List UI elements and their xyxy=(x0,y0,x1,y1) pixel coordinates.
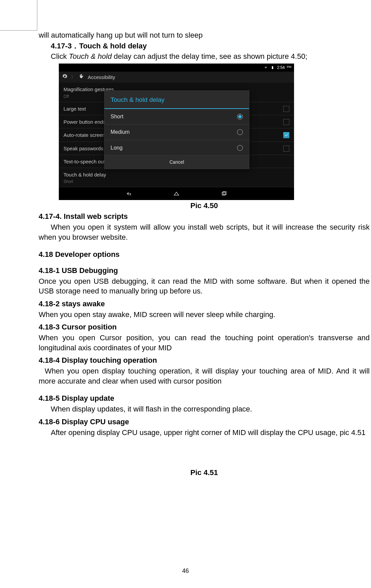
hand-icon xyxy=(79,74,84,81)
breadcrumb[interactable]: 〉 Accessibility xyxy=(59,72,294,83)
checkbox[interactable] xyxy=(283,119,289,125)
checkbox[interactable] xyxy=(283,146,289,152)
checkbox-checked[interactable] xyxy=(283,132,289,138)
heading-4-17-3: 4.17-3．Touch & hold delay xyxy=(39,41,370,51)
option-label: Short xyxy=(111,113,123,120)
caption-pic-4-50: Pic 4.50 xyxy=(39,201,370,211)
radio-icon xyxy=(237,145,243,151)
heading-4-18-6: 4.18-6 Display CPU usage xyxy=(39,417,370,427)
item-title: Touch & hold delay xyxy=(64,171,106,178)
paragraph-4-17-3: Click Touch & hold delay can adjust the … xyxy=(39,51,370,62)
heading-4-18-3-num: 4.18-3 xyxy=(39,323,59,331)
option-label: Medium xyxy=(111,128,130,136)
item-title: Speak passwords xyxy=(64,145,103,152)
list-item[interactable]: Touch & hold delay Short xyxy=(59,168,294,187)
paragraph-4-18-6: After opening display CPU usage, upper r… xyxy=(39,428,370,438)
gutter-box xyxy=(0,0,37,31)
wifi-icon xyxy=(263,66,268,70)
status-bar: 2:54 PM xyxy=(59,64,294,72)
back-icon[interactable] xyxy=(125,191,132,197)
status-ampm: PM xyxy=(287,65,292,69)
paragraph-4-17-4: When you open it system will allow you i… xyxy=(39,222,370,242)
p-4-17-3-b: delay can adjust the delay time, see as … xyxy=(112,52,307,61)
paragraph-4-18-5: When display updates, it will flash in t… xyxy=(39,404,370,414)
p-4-17-3-italic: Touch & hold xyxy=(69,52,112,61)
checkbox[interactable] xyxy=(283,106,289,112)
dialog-option-short[interactable]: Short xyxy=(105,109,249,125)
cancel-button[interactable]: Cancel xyxy=(105,156,249,169)
heading-4-18-5: 4.18-5 Display update xyxy=(39,393,370,403)
p-4-17-3-a: Click xyxy=(51,52,69,61)
heading-4-18-2: 4.18-2 stays awake xyxy=(39,299,370,309)
item-title: Large text xyxy=(64,106,86,112)
paragraph-4-18-1: Once you open USB debugging, it can read… xyxy=(39,276,370,296)
paragraph-4-18-4: When you open display touching operation… xyxy=(39,366,370,386)
battery-icon xyxy=(270,66,275,70)
navigation-bar xyxy=(59,187,294,200)
caption-pic-4-51: Pic 4.51 xyxy=(39,468,370,478)
paragraph-4-18-2: When you open stay awake, MID screen wil… xyxy=(39,310,370,320)
recent-icon[interactable] xyxy=(220,191,228,197)
dialog-option-medium[interactable]: Medium xyxy=(105,124,249,140)
radio-icon xyxy=(237,129,243,135)
screenshot-4-50: 2:54 PM 〉 Accessibility xyxy=(39,64,370,200)
heading-4-17-4: 4.17-4. Install web scripts xyxy=(39,211,370,222)
gear-icon xyxy=(62,74,68,81)
status-time: 2:54 xyxy=(277,65,285,70)
item-title: Auto-rotate screen xyxy=(64,132,105,139)
home-icon[interactable] xyxy=(173,191,180,197)
item-sub: Short xyxy=(64,179,106,184)
heading-4-18-3-text: Cursor position xyxy=(59,323,117,331)
heading-4-18-4: 4.18-4 Display touching operation xyxy=(39,355,370,365)
paragraph-4-18-3: When you open Cursor position, you can r… xyxy=(39,333,370,353)
dialog-title: Touch & hold delay xyxy=(105,91,249,109)
paragraph-pre: will automatically hang up but will not … xyxy=(39,30,370,40)
radio-selected-icon xyxy=(237,114,243,120)
option-label: Long xyxy=(111,144,123,152)
heading-4-18-3: 4.18-3 Cursor position xyxy=(39,322,370,332)
dialog-option-long[interactable]: Long xyxy=(105,140,249,156)
heading-4-18: 4.18 Developer options xyxy=(39,249,370,260)
page-number: 46 xyxy=(0,567,371,575)
touch-hold-dialog: Touch & hold delay Short Medium Long Can… xyxy=(104,90,249,169)
breadcrumb-label: Accessibility xyxy=(88,74,115,81)
heading-4-18-1: 4.18-1 USB Debugging xyxy=(39,266,370,276)
chevron-right-icon: 〉 xyxy=(71,74,76,80)
